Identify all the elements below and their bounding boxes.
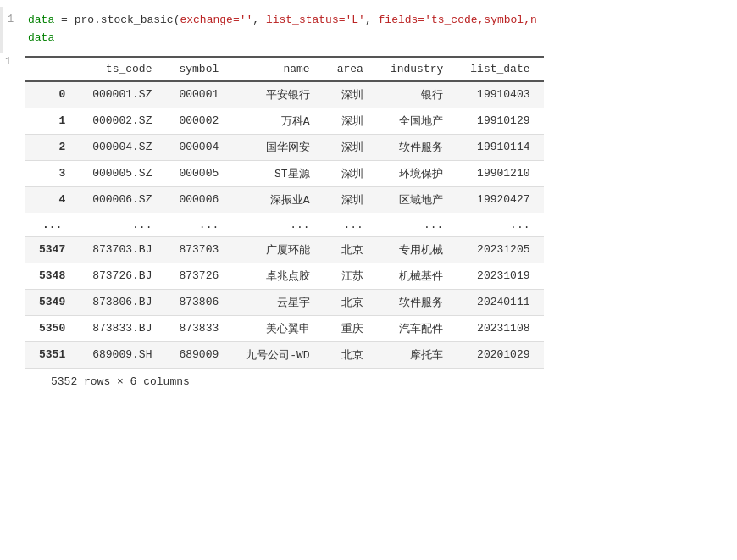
notebook-cell: 1 data = pro.stock_basic(exchange='', li… [0,0,737,405]
cell-list_date: 20201029 [457,341,543,368]
cell-area: 北京 [324,341,377,368]
cell-index: 4 [25,186,79,213]
code-comma1: , [252,14,266,26]
cell-symbol: 000006 [165,186,232,213]
cell-ts_code: 873726.BJ [79,263,165,289]
code-arg-status: list_status='L' [266,14,365,26]
col-header-list_date: list_date [457,57,543,81]
cell-area: 深圳 [324,134,377,160]
cell-industry: ... [377,213,457,236]
col-header-symbol: symbol [165,57,232,81]
code-arg-fields: fields='ts_code,symbol,n [379,14,537,26]
cell-index: 3 [25,160,79,186]
cell-symbol: 000004 [165,134,232,160]
table-header-row: ts_code symbol name area industry list_d… [25,57,544,81]
col-header-name: name [232,57,323,81]
table-row: 4000006.SZ000006深振业A深圳区域地产19920427 [25,186,544,213]
cell-index: 5350 [25,315,79,341]
cell-ts_code: 689009.SH [79,341,165,368]
cell-ts_code: ... [79,213,165,236]
cell-index: 2 [25,134,79,160]
table-row: 5349873806.BJ873806云星宇北京软件服务20240111 [25,289,544,315]
cell-industry: 环境保护 [377,160,457,186]
dataframe-table: ts_code symbol name area industry list_d… [25,56,544,369]
table-row: 1000002.SZ000002万科A深圳全国地产19910129 [25,108,544,134]
cell-symbol: 689009 [165,341,232,368]
table-row: 5348873726.BJ873726卓兆点胶江苏机械基件20231019 [25,263,544,289]
cell-name: 九号公司-WD [232,341,323,368]
cell-area: 北京 [324,289,377,315]
cell-list_date: 19910114 [457,134,543,160]
table-row: ..................... [25,213,544,236]
cell-list_date: ... [457,213,543,236]
cell-name: ... [232,213,323,236]
cell-symbol: 000002 [165,108,232,134]
cell-name: 广厦环能 [232,236,323,263]
col-header-area: area [324,57,377,81]
cell-area: 重庆 [324,315,377,341]
row-summary: 5352 rows × 6 columns [25,369,729,395]
code-data-var: data [28,31,54,44]
code-function: pro.stock_basic( [75,14,180,26]
cell-ts_code: 873806.BJ [79,289,165,315]
cell-name: 平安银行 [232,81,323,108]
cell-index: 1 [25,108,79,134]
cell-symbol: 873806 [165,289,232,315]
cell-area: ... [324,213,377,236]
cell-ts_code: 000004.SZ [79,134,165,160]
cell-index: 5348 [25,263,79,289]
cell-index: 5351 [25,341,79,368]
cell-name: 美心翼申 [232,315,323,341]
cell-list_date: 20231108 [457,315,543,341]
cell-symbol: 873703 [165,236,232,263]
table-row: 2000004.SZ000004国华网安深圳软件服务19910114 [25,134,544,160]
cell-name: ST星源 [232,160,323,186]
cell-list_date: 19910129 [457,108,543,134]
cell-industry: 机械基件 [377,263,457,289]
col-header-industry: industry [377,57,457,81]
cell-area: 深圳 [324,108,377,134]
code-equals: = [61,14,75,26]
table-row: 3000005.SZ000005ST星源深圳环境保护19901210 [25,160,544,186]
cell-list_date: 20231019 [457,263,543,289]
cell-index: 5347 [25,236,79,263]
table-row: 0000001.SZ000001平安银行深圳银行19910403 [25,81,544,108]
cell-ts_code: 000002.SZ [79,108,165,134]
cell-list_date: 19901210 [457,160,543,186]
cell-symbol: 873726 [165,263,232,289]
code-line-1: data = pro.stock_basic(exchange='', list… [28,12,729,30]
dataframe-container: ts_code symbol name area industry list_d… [25,56,729,369]
cell-list_date: 20240111 [457,289,543,315]
cell-industry: 全国地产 [377,108,457,134]
cell-area: 深圳 [324,160,377,186]
cell-list_date: 19920427 [457,186,543,213]
cell-ts_code: 873833.BJ [79,315,165,341]
cell-name: 云星宇 [232,289,323,315]
cell-index: ... [25,213,79,236]
cell-symbol: ... [165,213,232,236]
col-header-index [25,57,79,81]
table-row: 5351689009.SH689009九号公司-WD北京摩托车20201029 [25,341,544,368]
cell-index: 5349 [25,289,79,315]
col-header-ts_code: ts_code [79,57,165,81]
cell-name: 国华网安 [232,134,323,160]
cell-area: 深圳 [324,81,377,108]
output-area: 1 ts_code symbol name area industry list… [0,53,737,398]
cell-symbol: 873833 [165,315,232,341]
cell-industry: 软件服务 [377,289,457,315]
cell-list_date: 19910403 [457,81,543,108]
cell-area: 北京 [324,236,377,263]
cell-name: 卓兆点胶 [232,263,323,289]
cell-ts_code: 000005.SZ [79,160,165,186]
code-comma2: , [365,14,379,26]
cell-index: 0 [25,81,79,108]
cell-industry: 汽车配件 [377,315,457,341]
cell-ts_code: 873703.BJ [79,236,165,263]
cell-symbol: 000005 [165,160,232,186]
code-input-area: 1 data = pro.stock_basic(exchange='', li… [0,7,737,53]
cell-industry: 软件服务 [377,134,457,160]
cell-symbol: 000001 [165,81,232,108]
cell-area: 江苏 [324,263,377,289]
cell-list_date: 20231205 [457,236,543,263]
cell-industry: 专用机械 [377,236,457,263]
